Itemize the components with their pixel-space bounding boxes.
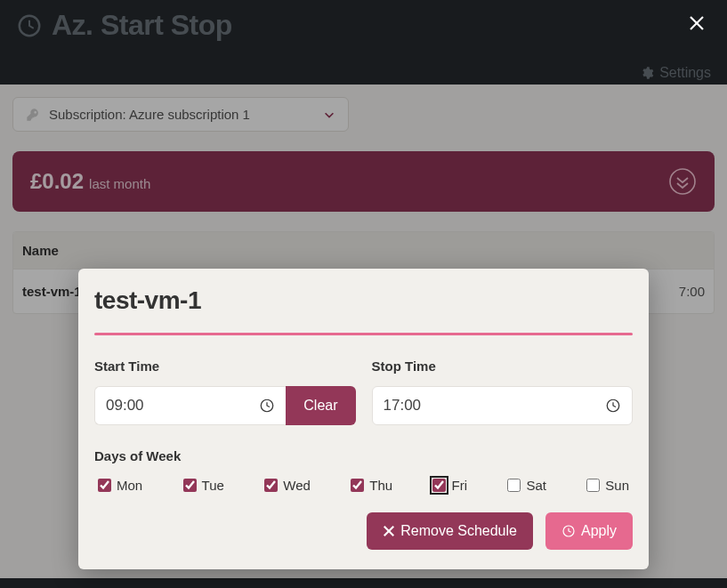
modal-title: test-vm-1 <box>94 286 633 315</box>
remove-schedule-label: Remove Schedule <box>400 523 517 539</box>
day-tue[interactable]: Tue <box>183 478 224 493</box>
apply-label: Apply <box>581 523 617 539</box>
checkbox-fri[interactable] <box>432 479 446 492</box>
x-icon <box>383 525 395 537</box>
chevron-down-icon <box>323 109 335 121</box>
modal-actions: Remove Schedule Apply <box>94 512 633 550</box>
start-time-input[interactable]: 09:00 <box>94 386 286 425</box>
app-title-row: Az. Start Stop <box>16 9 711 42</box>
times-row: Start Time 09:00 Clear Stop Time 17:00 <box>94 358 633 425</box>
start-time-value: 09:00 <box>106 397 144 415</box>
checkbox-thu[interactable] <box>351 479 364 492</box>
day-fri[interactable]: Fri <box>432 478 467 493</box>
clear-button[interactable]: Clear <box>286 386 355 425</box>
checkbox-sun[interactable] <box>586 479 600 492</box>
remove-schedule-button[interactable]: Remove Schedule <box>367 512 533 550</box>
day-mon[interactable]: Mon <box>98 478 142 493</box>
days-of-week-label: Days of Week <box>94 448 633 463</box>
stop-time-input[interactable]: 17:00 <box>372 386 634 425</box>
clock-icon <box>605 398 621 414</box>
apply-button[interactable]: Apply <box>545 512 633 550</box>
clock-icon <box>259 398 275 414</box>
table-header: Name <box>13 232 714 270</box>
checkbox-mon[interactable] <box>98 479 111 492</box>
cost-amount: £0.02 <box>30 169 84 194</box>
cost-period: last month <box>89 176 150 191</box>
subscription-label: Subscription: Azure subscription 1 <box>49 107 250 122</box>
checkbox-sat[interactable] <box>507 479 521 492</box>
days-of-week-row: Mon Tue Wed Thu Fri Sat Sun <box>94 478 633 493</box>
app-header: Az. Start Stop Settings <box>0 0 727 85</box>
start-time-block: Start Time 09:00 Clear <box>94 358 356 425</box>
schedule-modal: test-vm-1 Start Time 09:00 Clear Stop Ti… <box>78 269 649 569</box>
subscription-select[interactable]: Subscription: Azure subscription 1 <box>12 97 349 132</box>
gear-icon <box>640 66 654 80</box>
close-icon[interactable] <box>688 14 706 32</box>
cost-text: £0.02 last month <box>30 169 150 194</box>
day-wed[interactable]: Wed <box>264 478 311 493</box>
day-sun[interactable]: Sun <box>586 478 629 493</box>
clock-logo-icon <box>16 12 43 39</box>
divider <box>94 333 633 335</box>
checkbox-wed[interactable] <box>264 479 278 492</box>
day-sat[interactable]: Sat <box>507 478 546 493</box>
col-name: Name <box>22 243 59 258</box>
app-title: Az. Start Stop <box>52 9 232 42</box>
stop-time-value: 17:00 <box>384 397 422 415</box>
start-time-label: Start Time <box>94 358 356 374</box>
settings-label: Settings <box>659 65 711 81</box>
clock-icon <box>561 524 576 538</box>
stop-time-block: Stop Time 17:00 <box>372 358 634 425</box>
stop-time-label: Stop Time <box>372 358 634 374</box>
cost-banner[interactable]: £0.02 last month <box>12 151 715 212</box>
settings-link[interactable]: Settings <box>16 65 711 81</box>
row-time: 7:00 <box>679 284 705 299</box>
day-thu[interactable]: Thu <box>351 478 392 493</box>
row-name: test-vm-1 <box>22 284 82 299</box>
key-icon <box>26 108 40 122</box>
expand-down-icon[interactable] <box>668 167 697 196</box>
checkbox-tue[interactable] <box>183 479 197 492</box>
